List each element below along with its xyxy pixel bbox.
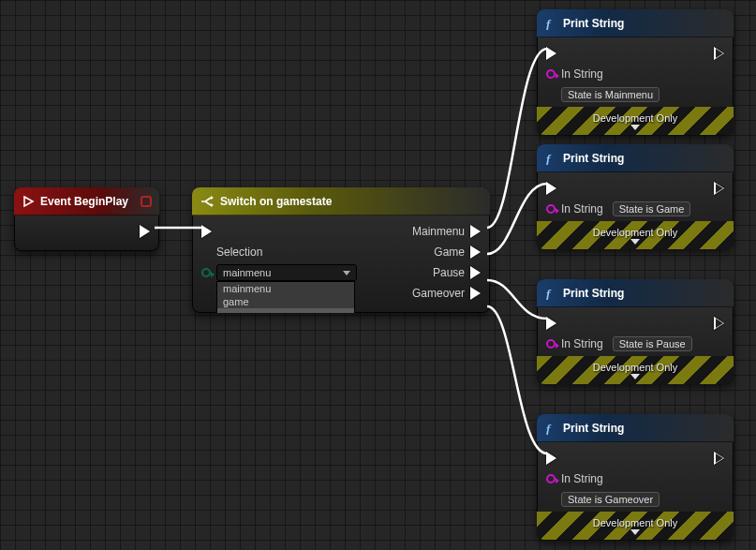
exec-output-pin[interactable] <box>714 47 724 60</box>
expand-icon <box>630 125 640 130</box>
node-title: Print String <box>563 287 624 300</box>
instring-value[interactable]: State is Game <box>613 201 691 216</box>
node-header[interactable]: f Print String <box>537 144 734 172</box>
svg-text:f: f <box>546 422 552 435</box>
exec-input-pin[interactable] <box>546 182 556 195</box>
instring-value[interactable]: State is Gameover <box>561 492 660 507</box>
exec-input-pin[interactable] <box>546 317 556 330</box>
svg-text:f: f <box>546 287 552 300</box>
expand-icon <box>630 374 640 379</box>
node-header[interactable]: f Print String <box>537 279 734 307</box>
instring-input-pin[interactable] <box>546 204 556 214</box>
development-only-footer[interactable]: Development Only <box>537 356 734 384</box>
exec-output-pin-mainmenu[interactable] <box>470 225 481 238</box>
function-icon: f <box>544 17 557 30</box>
node-title: Event BeginPlay <box>40 195 128 208</box>
instring-input-pin[interactable] <box>546 474 556 483</box>
instring-value[interactable]: State is Pause <box>613 336 692 351</box>
dropdown-option[interactable]: game <box>217 295 354 308</box>
node-title: Print String <box>563 152 624 165</box>
selection-value: mainmenu <box>223 267 271 278</box>
function-icon: f <box>544 152 557 165</box>
exec-output-pin-game[interactable] <box>470 245 481 259</box>
svg-text:f: f <box>546 152 552 165</box>
node-header[interactable]: Event BeginPlay <box>14 187 159 216</box>
node-header[interactable]: Switch on gamestate <box>192 187 490 216</box>
exec-output-pin[interactable] <box>714 317 724 330</box>
exec-output-pin[interactable] <box>140 225 150 238</box>
function-icon: f <box>544 287 557 300</box>
print-string-node[interactable]: f Print String In String State is Pause … <box>537 279 734 384</box>
delegate-pin[interactable] <box>141 196 152 207</box>
svg-text:f: f <box>546 17 552 30</box>
switch-icon <box>200 195 215 208</box>
dev-only-label: Development Only <box>593 112 678 124</box>
switch-on-gamestate-node[interactable]: Switch on gamestate Mainmenu Selection G… <box>192 187 490 313</box>
node-title: Switch on gamestate <box>220 195 332 208</box>
print-string-node[interactable]: f Print String In String State is Game D… <box>537 144 734 249</box>
node-header[interactable]: f Print String <box>537 9 734 37</box>
exec-output-pin[interactable] <box>714 452 724 465</box>
development-only-footer[interactable]: Development Only <box>537 107 734 135</box>
selection-label: Selection <box>216 245 262 259</box>
expand-icon <box>630 239 640 245</box>
event-beginplay-node[interactable]: Event BeginPlay <box>14 187 159 251</box>
dev-only-label: Development Only <box>593 362 678 373</box>
dev-only-label: Development Only <box>593 517 678 528</box>
dev-only-label: Development Only <box>593 227 678 238</box>
node-header[interactable]: f Print String <box>537 414 734 442</box>
instring-input-pin[interactable] <box>546 69 556 79</box>
instring-label: In String <box>561 202 603 216</box>
node-title: Print String <box>563 17 624 30</box>
instring-label: In String <box>561 337 603 350</box>
function-icon: f <box>544 422 557 435</box>
expand-icon <box>630 529 640 535</box>
chevron-down-icon <box>343 271 350 275</box>
dropdown-option[interactable]: pause <box>217 308 354 313</box>
instring-value[interactable]: State is Mainmenu <box>561 87 660 102</box>
node-title: Print String <box>563 422 624 435</box>
selection-dropdown-list[interactable]: mainmenu game pause gameover <box>216 281 355 313</box>
dropdown-option[interactable]: mainmenu <box>217 282 354 295</box>
print-string-node[interactable]: f Print String In String State is Mainme… <box>537 9 734 135</box>
exec-output-pin-gameover[interactable] <box>470 287 481 300</box>
exec-input-pin[interactable] <box>546 452 556 465</box>
print-string-node[interactable]: f Print String In String State is Gameov… <box>537 414 734 540</box>
output-label: Mainmenu <box>412 225 465 238</box>
instring-label: In String <box>561 67 603 81</box>
development-only-footer[interactable]: Development Only <box>537 512 734 540</box>
exec-output-pin-pause[interactable] <box>470 266 481 279</box>
development-only-footer[interactable]: Development Only <box>537 221 734 249</box>
output-label: Gameover <box>412 287 465 300</box>
selection-dropdown[interactable]: mainmenu <box>216 264 357 281</box>
exec-input-pin[interactable] <box>201 225 212 238</box>
instring-label: In String <box>561 472 603 485</box>
output-label: Game <box>434 245 465 259</box>
output-label: Pause <box>433 266 465 279</box>
selection-input-pin[interactable] <box>201 268 211 277</box>
instring-input-pin[interactable] <box>546 339 556 349</box>
exec-input-pin[interactable] <box>546 47 556 60</box>
exec-output-pin[interactable] <box>714 182 724 195</box>
event-icon <box>22 195 35 208</box>
